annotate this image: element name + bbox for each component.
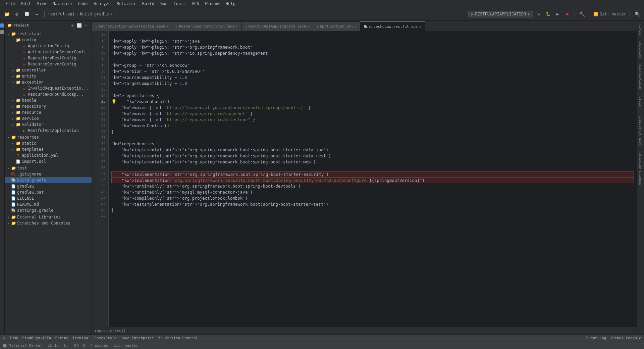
tree-resource[interactable]: ▸ 📁 resource [5, 109, 92, 115]
bottom-toolbar: 6: TODO FindBugs-IDEA Spring Terminal Ch… [0, 334, 644, 342]
right-tab-mybatis[interactable]: MyBatis database [637, 149, 644, 188]
tree-service[interactable]: ▸ 📁 service [5, 115, 92, 121]
tree-static[interactable]: ▸ 📁 static [5, 140, 92, 146]
left-icon-strip [0, 21, 5, 334]
project-tree: ▾ 📁 restfulapi ▾ 📁 config ☕ ApplicationC… [5, 30, 92, 334]
tree-handle[interactable]: ▸ 📁 handle [5, 97, 92, 103]
panel-close-btn[interactable]: — [83, 22, 89, 29]
tree-resourceconfig[interactable]: ☕ ResourceServerConfig [5, 61, 92, 67]
tree-main-class[interactable]: ▶ RestfulApiApplication [5, 128, 92, 134]
tree-applicationconfig[interactable]: ☕ ApplicationConfig [5, 43, 92, 49]
build-button[interactable]: 🔨 [578, 10, 586, 18]
tree-arrow-scratches: ▸ [6, 221, 11, 225]
tree-entity[interactable]: ▸ 📁 entity [5, 73, 92, 79]
tree-scratches[interactable]: ▸ 📁 Scratches and Consoles [5, 220, 92, 226]
tree-exception[interactable]: ▾ 📁 exception [5, 79, 92, 85]
tree-notfoundexception[interactable]: ☕ ResourceNoFoundExcep... [5, 91, 92, 97]
menu-navigate[interactable]: Navigate [50, 1, 75, 7]
tree-repository[interactable]: ▸ 📁 repository [5, 103, 92, 109]
tree-arrow-test: ▸ [6, 166, 11, 170]
tree-authserverconfig[interactable]: ☕ AuthorizationServerConfi... [5, 49, 92, 55]
build-file[interactable]: build.gradle [80, 12, 109, 16]
right-tab-teamvalidation[interactable]: Team Validation [637, 112, 644, 149]
menu-build[interactable]: Build [140, 1, 157, 7]
tree-importsql[interactable]: 📄 import.sql [5, 158, 92, 164]
tab-authserverconfig[interactable]: ☕ AuthorizationServerConfig.java ✕ [92, 21, 172, 31]
tree-controller[interactable]: ▸ 📁 controller [5, 67, 92, 73]
tree-license[interactable]: 📄 LICENSE [5, 195, 92, 201]
right-tab-maven[interactable]: Maven [637, 21, 644, 38]
stop-button[interactable]: ⏹ [563, 10, 571, 18]
favorites-icon[interactable] [0, 30, 4, 34]
menu-help[interactable]: Help [223, 1, 238, 7]
tree-gradlew[interactable]: 📄 gradlew [5, 183, 92, 189]
menu-code[interactable]: Code [75, 1, 91, 7]
bottom-tab-checkstyle[interactable]: CheckStyle [94, 336, 116, 340]
tree-test[interactable]: ▸ 📁 test [5, 165, 92, 171]
menu-view[interactable]: View [34, 1, 49, 7]
code-content[interactable]: "kw">apply "kw">plugin: "str">'java'"kw"… [109, 31, 637, 327]
panel-settings-btn[interactable]: ⚙ [69, 22, 75, 29]
menu-edit[interactable]: Edit [18, 1, 34, 7]
folder-icon[interactable]: 📁 [3, 10, 11, 18]
panel-expand-btn[interactable]: ⬜ [76, 22, 82, 29]
bottom-tab-findbugs[interactable]: FindBugs-IDEA [22, 336, 51, 340]
run-button[interactable]: ▶ [535, 10, 543, 18]
tab-mainapplication[interactable]: ☕ RestfulApiApplication.java ✕ [241, 21, 313, 31]
tab-close-2[interactable]: ✕ [236, 24, 238, 28]
tree-settingsgradle[interactable]: 🐘 settings.gradle [5, 207, 92, 213]
right-tab-restservices[interactable]: RestServices [637, 61, 644, 92]
bottom-tab-javaenterprise[interactable]: Java Enterprise [120, 336, 154, 340]
tree-gradlewbat[interactable]: 📄 gradlew.bat [5, 189, 92, 195]
structure-icon[interactable] [0, 23, 4, 28]
tree-gitignore[interactable]: 🚫 .gitignore [5, 171, 92, 177]
jrebel-console-btn[interactable]: JRebel Console [610, 336, 641, 340]
tree-readme[interactable]: 📄 README.md [5, 201, 92, 207]
tree-resources[interactable]: ▾ 📁 resources [5, 134, 92, 140]
tab-close-4[interactable]: ✕ [355, 24, 357, 28]
tab-close-3[interactable]: ✕ [308, 24, 310, 28]
tree-invalidexception[interactable]: ☕ InvalidRequestExceptio... [5, 85, 92, 91]
run-config-selector[interactable]: ▶ RESTFULAPIAPPLICATION ▾ [468, 11, 533, 17]
tab-close-5[interactable]: ✕ [419, 25, 421, 29]
expand-icon[interactable]: ⬜ [23, 10, 31, 18]
bottom-tab-todo[interactable]: 6: TODO [3, 336, 18, 340]
bottom-tab-spring[interactable]: Spring [55, 336, 68, 340]
menu-vcs[interactable]: VCS [189, 1, 202, 7]
bottom-tab-terminal[interactable]: Terminal [72, 336, 90, 340]
event-log-btn[interactable]: Event Log [586, 336, 606, 340]
right-tab-database[interactable]: Database [637, 38, 644, 61]
tree-label-config: config [22, 38, 36, 42]
menu-analyze[interactable]: Analyze [91, 1, 113, 7]
tab-appyml[interactable]: Y application.yml ✕ [313, 21, 360, 31]
tree-arrow-service: ▸ [11, 117, 15, 120]
menu-refactor[interactable]: Refactor [114, 1, 139, 7]
tree-config[interactable]: ▾ 📁 config [5, 37, 92, 43]
tree-appyml[interactable]: Y application.yml [5, 152, 92, 158]
menu-run[interactable]: Run [158, 1, 170, 7]
debug-button[interactable]: 🐛 [544, 10, 552, 18]
tab-close-1[interactable]: ✕ [167, 24, 169, 28]
minimize-icon[interactable]: — [33, 10, 41, 18]
search-button[interactable]: 🔍 [633, 10, 641, 18]
tab-icon-3: ☕ [245, 24, 247, 28]
settings-icon[interactable]: ⚙ [13, 10, 21, 18]
tree-validator[interactable]: ▸ 📁 validator [5, 121, 92, 128]
menu-window[interactable]: Window [202, 1, 222, 7]
bottom-tab-versioncontrol[interactable]: 2: Version Control [158, 336, 198, 340]
right-side-tabs: Maven Database RestServices Gradle Team … [637, 21, 644, 334]
tree-templates[interactable]: ▸ 📁 templates [5, 146, 92, 152]
tree-folder-icon-scratches: 📁 [11, 220, 16, 226]
tree-gradle-icon-build: 🐘 [11, 178, 16, 183]
tab-buildgradle[interactable]: 🐘 cn.echocow.restful-api ✕ [360, 21, 425, 31]
tree-buildgradle[interactable]: 🐘 build.gradle [5, 177, 92, 183]
tree-root[interactable]: ▾ 📁 restfulapi [5, 31, 92, 37]
run-with-coverage-button[interactable]: ▶ [554, 10, 562, 18]
menu-tools[interactable]: Tools [171, 1, 189, 7]
tree-repoconfig[interactable]: ☕ RepositoryRestConfig [5, 55, 92, 61]
tree-extlibs[interactable]: ▸ 📁 External Libraries [5, 214, 92, 220]
project-name[interactable]: restful-api [48, 12, 74, 16]
right-tab-gradle[interactable]: Gradle [637, 93, 644, 112]
menu-file[interactable]: File [3, 1, 18, 7]
tab-resourceserverconfig[interactable]: ☕ ResourceServerConfig.java ✕ [172, 21, 242, 31]
